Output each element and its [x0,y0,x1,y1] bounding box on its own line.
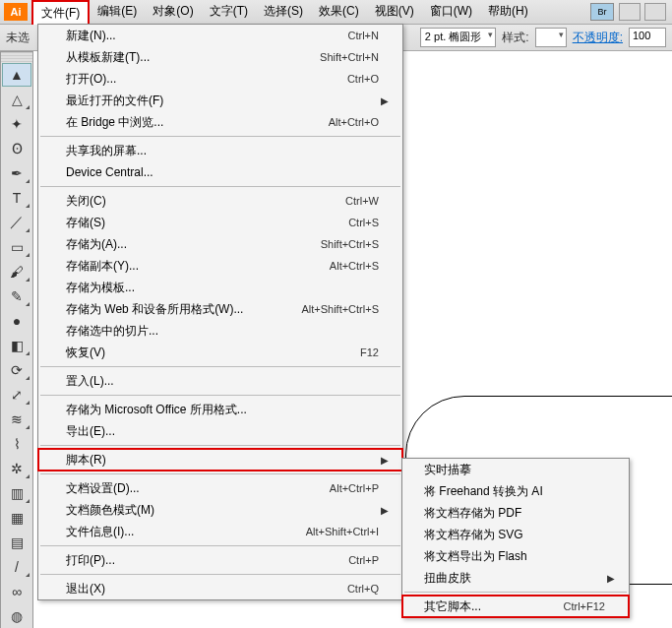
menu-item-shortcut: Alt+Ctrl+O [329,116,379,128]
tool-brush[interactable]: 🖌 [2,260,31,283]
menu-item-关闭C[interactable]: 关闭(C)Ctrl+W [38,190,402,212]
screen-mode-icon[interactable] [644,3,666,21]
tool-symbol[interactable]: ✲ [2,457,31,480]
selection-status: 未选 [6,30,30,46]
menu-item-label: 退出(X) [66,581,347,597]
tool-fwarp[interactable]: ⌇ [2,432,31,456]
submenu-arrow-icon: ▶ [605,573,615,584]
menu-item-shortcut: Ctrl+O [347,73,379,85]
menu-item-脚本R[interactable]: 脚本(R)▶ [38,449,402,471]
menu-对象[interactable]: 对象(O) [145,0,201,25]
tool-wand[interactable]: ✦ [2,112,31,136]
menu-item-文档设置D[interactable]: 文档设置(D)...Alt+Ctrl+P [38,477,402,499]
tool-pencil[interactable]: ✎ [2,284,31,308]
tool-lasso[interactable]: ʘ [2,137,31,160]
menu-item-label: 存储为(A)... [66,236,321,253]
menu-item-打开O[interactable]: 打开(O)...Ctrl+O [38,68,402,90]
menu-item-置入L[interactable]: 置入(L)... [38,370,402,392]
submenu-item-label: 将文档导出为 Flash [424,548,605,565]
submenu-item-扭曲皮肤[interactable]: 扭曲皮肤▶ [402,567,629,589]
tool-eraser[interactable]: ◧ [2,334,31,357]
tool-dsel[interactable]: △ [2,88,31,111]
menu-item-label: 新建(N)... [66,28,348,44]
menu-item-shortcut: Ctrl+N [348,30,379,41]
submenu-item-label: 将 Freehand 转换为 AI [424,483,605,500]
style-dropdown[interactable] [535,28,567,47]
submenu-item-label: 其它脚本... [424,598,564,615]
menu-文字[interactable]: 文字(T) [202,0,256,25]
submenu-item-label: 扭曲皮肤 [424,570,605,587]
menu-编辑[interactable]: 编辑(E) [90,0,145,25]
submenu-item-将文档存储为-PDF[interactable]: 将文档存储为 PDF [402,502,629,524]
menu-item-存储为-Microsoft-Office-所用格式[interactable]: 存储为 Microsoft Office 所用格式... [38,399,402,420]
tool-warp[interactable]: ≋ [2,408,31,431]
tool-grad[interactable]: ▤ [2,531,31,554]
menu-item-shortcut: F12 [360,346,379,358]
menu-item-最近打开的文件F[interactable]: 最近打开的文件(F)▶ [38,90,402,111]
menu-item-存储选中的切片[interactable]: 存储选中的切片... [38,320,402,342]
menu-item-文档颜色模式M[interactable]: 文档颜色模式(M)▶ [38,499,402,521]
menu-separator [40,574,400,575]
menu-item-存储为A[interactable]: 存储为(A)...Shift+Ctrl+S [38,233,402,255]
bridge-button[interactable]: Br [590,3,614,21]
menu-item-新建N[interactable]: 新建(N)...Ctrl+N [38,25,402,46]
menu-item-从模板新建T[interactable]: 从模板新建(T)...Shift+Ctrl+N [38,46,402,68]
menu-窗口[interactable]: 窗口(W) [422,0,480,25]
menu-选择[interactable]: 选择(S) [256,0,311,25]
tool-mesh[interactable]: ▦ [2,506,31,530]
menu-item-恢复V[interactable]: 恢复(V)F12 [38,342,402,363]
tool-eyedrop[interactable]: / [2,555,31,579]
menubar: Ai 文件(F)编辑(E)对象(O)文字(T)选择(S)效果(C)视图(V)窗口… [0,0,672,25]
menu-item-label: 在 Bridge 中浏览... [66,114,329,131]
tool-line[interactable]: ／ [2,211,31,234]
menu-item-shortcut: Ctrl+P [348,554,379,566]
menu-item-退出X[interactable]: 退出(X)Ctrl+Q [38,578,402,599]
menu-item-shortcut: Shift+Ctrl+S [321,238,379,250]
tool-sel[interactable]: ▲ [2,63,31,87]
menu-item-label: 恢复(V) [66,345,360,361]
tool-palette: ▲△✦ʘ✒T／▭🖌✎●◧⟳⤢≋⌇✲▥▦▤/∞◍✂▣✋🔍◻◻◻ [0,51,33,628]
submenu-item-实时描摹[interactable]: 实时描摹 [402,459,629,480]
opacity-input[interactable]: 100 [629,28,666,47]
submenu-item-将文档导出为-Flash[interactable]: 将文档导出为 Flash [402,545,629,567]
menu-item-存储为模板[interactable]: 存储为模板... [38,277,402,298]
tool-rotate[interactable]: ⟳ [2,358,31,382]
submenu-item-将-Freehand-转换为-AI[interactable]: 将 Freehand 转换为 AI [402,480,629,502]
tool-pen[interactable]: ✒ [2,161,31,185]
menu-效果[interactable]: 效果(C) [311,0,367,25]
menu-视图[interactable]: 视图(V) [367,0,422,25]
submenu-item-其它脚本[interactable]: 其它脚本...Ctrl+F12 [402,596,629,617]
menu-item-存储副本Y[interactable]: 存储副本(Y)...Alt+Ctrl+S [38,255,402,277]
tool-blob[interactable]: ● [2,309,31,333]
menu-item-导出E[interactable]: 导出(E)... [38,420,402,442]
menu-item-在-Bridge-中浏览[interactable]: 在 Bridge 中浏览...Alt+Ctrl+O [38,111,402,133]
palette-grip[interactable] [1,52,32,62]
menu-item-文件信息I[interactable]: 文件信息(I)...Alt+Shift+Ctrl+I [38,521,402,542]
menu-item-存储S[interactable]: 存储(S)Ctrl+S [38,212,402,233]
menu-文件[interactable]: 文件(F) [31,0,90,25]
menu-item-存储为-Web-和设备所用格式W[interactable]: 存储为 Web 和设备所用格式(W)...Alt+Shift+Ctrl+S [38,298,402,320]
menu-item-label: 文档设置(D)... [66,480,330,497]
tool-scale[interactable]: ⤢ [2,383,31,407]
submenu-item-label: 实时描摹 [424,462,605,478]
menu-item-shortcut: Ctrl+W [345,195,379,207]
submenu-item-label: 将文档存储为 SVG [424,527,605,543]
tool-graph[interactable]: ▥ [2,481,31,505]
tool-lfill[interactable]: ◍ [2,604,31,628]
menu-item-label: 打开(O)... [66,71,347,88]
opacity-label[interactable]: 不透明度: [573,30,623,46]
arrange-documents-icon[interactable] [619,3,641,21]
tool-blend[interactable]: ∞ [2,580,31,603]
menu-item-打印P[interactable]: 打印(P)...Ctrl+P [38,549,402,571]
menu-帮助[interactable]: 帮助(H) [480,0,536,25]
menu-separator [40,186,400,187]
app-icon: Ai [4,3,28,21]
tool-rect[interactable]: ▭ [2,235,31,259]
menu-separator [40,545,400,546]
tool-type[interactable]: T [2,186,31,210]
menu-item-Device-Central[interactable]: Device Central... [38,161,402,183]
menu-item-共享我的屏幕[interactable]: 共享我的屏幕... [38,140,402,161]
submenu-item-将文档存储为-SVG[interactable]: 将文档存储为 SVG [402,524,629,545]
stroke-profile-dropdown[interactable]: 2 pt. 椭圆形 [420,28,496,47]
menu-item-label: 导出(E)... [66,423,379,440]
